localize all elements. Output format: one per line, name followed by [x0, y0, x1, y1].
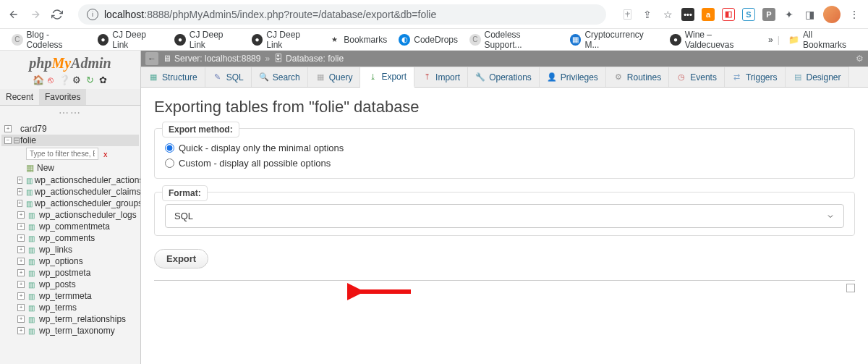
bookmarks-overflow-icon[interactable]: » [768, 35, 773, 45]
tab-recent[interactable]: Recent [0, 89, 39, 105]
ext-icon-3[interactable]: ◧ [722, 8, 735, 21]
export-custom-option[interactable]: Custom - display all possible options [165, 156, 844, 171]
expand-icon[interactable]: + [17, 304, 25, 311]
clear-filter-icon[interactable]: x [101, 150, 111, 158]
tab-designer[interactable]: ▤Designer [786, 67, 849, 87]
bookmark-item[interactable]: ●CJ Deep Link [247, 27, 321, 52]
table-item[interactable]: +▥wp_actionscheduler_logs [1, 209, 139, 221]
bookmark-item[interactable]: ▦Cryptocurrency M... [566, 27, 663, 52]
expand-icon[interactable]: + [4, 125, 12, 132]
bookmark-item[interactable]: ●Wine – Valdecuevas [665, 27, 765, 52]
bookmark-item[interactable]: ●CJ Deep Link [93, 27, 167, 52]
table-item[interactable]: +▥wp_term_taxonomy [1, 325, 139, 337]
expand-icon[interactable]: + [17, 316, 25, 323]
profile-avatar[interactable] [823, 6, 841, 23]
expand-icon[interactable]: + [17, 234, 25, 242]
translate-icon[interactable]: 🀄︎ [621, 8, 634, 21]
table-item[interactable]: +▥wp_terms [1, 302, 139, 313]
bookmark-item[interactable]: CCodeless Support... [465, 27, 563, 52]
side-panel-icon[interactable]: ◨ [803, 8, 816, 21]
bookmark-item[interactable]: ●CJ Deep Link [170, 27, 244, 52]
collapse-nav-button[interactable]: ← [145, 52, 158, 65]
breadcrumb-server[interactable]: 🖥 Server: localhost:8889 [163, 54, 260, 64]
export-button[interactable]: Export [154, 249, 208, 268]
table-name: wp_actionscheduler_actions [35, 175, 140, 185]
theme-icon[interactable]: ✿ [98, 75, 108, 85]
reload-button[interactable] [51, 8, 64, 21]
expand-icon[interactable]: + [17, 292, 25, 300]
console-toggle-icon[interactable] [846, 284, 855, 292]
expand-icon[interactable]: + [17, 177, 22, 184]
bookmark-item[interactable]: CBlog - Codeless [7, 27, 90, 52]
drag-handle-icon[interactable]: ⋯⋯ [0, 106, 140, 120]
expand-icon[interactable]: + [17, 281, 25, 288]
new-table[interactable]: ▦ New [1, 161, 139, 174]
page-settings-icon[interactable]: ⚙ [856, 54, 864, 64]
collapse-icon[interactable]: − [4, 137, 12, 144]
tab-structure[interactable]: ▦Structure [141, 67, 205, 87]
share-icon[interactable]: ⇪ [641, 8, 654, 21]
tab-label: Events [690, 72, 717, 82]
expand-icon[interactable]: + [17, 327, 25, 334]
ext-icon-1[interactable]: ••• [681, 8, 694, 21]
table-icon: ▥ [28, 258, 37, 265]
menu-icon[interactable]: ⋮ [848, 8, 861, 21]
format-select[interactable]: SQL [165, 204, 844, 228]
expand-icon[interactable]: + [17, 211, 25, 219]
extensions-icon[interactable]: ✦ [783, 8, 796, 21]
site-info-icon[interactable]: i [87, 9, 98, 20]
radio-custom[interactable] [165, 158, 174, 168]
table-item[interactable]: +▥wp_links [1, 244, 139, 255]
bookmark-item[interactable]: ◐CodeDrops [394, 27, 462, 52]
all-bookmarks-button[interactable]: 📁 All Bookmarks [784, 27, 861, 52]
settings-icon[interactable]: ⚙ [72, 75, 82, 85]
tab-export[interactable]: ⤓Export [360, 67, 414, 88]
home-icon[interactable]: 🏠 [33, 75, 43, 85]
reload-nav-icon[interactable]: ↻ [85, 75, 95, 85]
expand-icon[interactable]: + [17, 258, 25, 265]
expand-icon[interactable]: + [17, 188, 22, 195]
tab-search[interactable]: 🔍Search [252, 67, 308, 87]
tab-import[interactable]: ⤒Import [414, 67, 468, 87]
bookmark-item[interactable]: ★Bookmarks [324, 27, 391, 52]
db-card79[interactable]: + card79 [1, 123, 139, 135]
ext-icon-2[interactable]: a [702, 8, 715, 21]
table-item[interactable]: +▥wp_term_relationships [1, 313, 139, 325]
expand-icon[interactable]: + [17, 223, 25, 230]
ext-icon-5[interactable]: P [762, 8, 775, 21]
radio-quick[interactable] [165, 143, 174, 153]
bookmark-star-icon[interactable]: ☆ [661, 8, 674, 21]
expand-icon[interactable]: + [17, 269, 25, 276]
table-item[interactable]: +▥wp_commentmeta [1, 221, 139, 232]
filter-input[interactable] [26, 148, 98, 160]
address-bar[interactable]: i localhost:8888/phpMyAdmin5/index.php?r… [78, 4, 606, 25]
expand-icon[interactable]: + [17, 200, 22, 207]
tab-operations[interactable]: 🔧Operations [468, 67, 540, 87]
table-item[interactable]: +▥wp_actionscheduler_groups [1, 198, 139, 209]
table-item[interactable]: +▥wp_posts [1, 279, 139, 290]
logout-icon[interactable]: ⎋ [46, 75, 56, 85]
export-quick-option[interactable]: Quick - display only the minimal options [165, 140, 844, 156]
tab-triggers[interactable]: ⇄Triggers [725, 67, 786, 87]
forward-button[interactable] [29, 8, 42, 21]
tab-privileges[interactable]: 👤Privileges [540, 67, 606, 87]
back-button[interactable] [7, 8, 20, 21]
table-name: wp_term_relationships [39, 314, 126, 324]
db-folie[interactable]: − ⊟ folie [1, 135, 139, 146]
table-item[interactable]: +▥wp_options [1, 255, 139, 267]
table-item[interactable]: +▥wp_comments [1, 232, 139, 244]
tab-favorites[interactable]: Favorites [39, 89, 86, 105]
table-item[interactable]: +▥wp_actionscheduler_actions [1, 174, 139, 186]
tab-query[interactable]: ▦Query [308, 67, 361, 87]
breadcrumb-database[interactable]: 🗄 Database: folie [274, 54, 344, 64]
tab-routines[interactable]: ⚙Routines [606, 67, 669, 87]
tab-sql[interactable]: ✎SQL [205, 67, 252, 87]
table-item[interactable]: +▥wp_termmeta [1, 290, 139, 302]
phpmyadmin-logo[interactable]: phpMyAdmin [0, 51, 140, 73]
docs-icon[interactable]: ❔ [59, 75, 69, 85]
tab-events[interactable]: ◷Events [669, 67, 725, 87]
ext-icon-4[interactable]: S [742, 8, 755, 21]
expand-icon[interactable]: + [17, 246, 25, 253]
table-item[interactable]: +▥wp_actionscheduler_claims [1, 186, 139, 198]
table-item[interactable]: +▥wp_postmeta [1, 267, 139, 279]
